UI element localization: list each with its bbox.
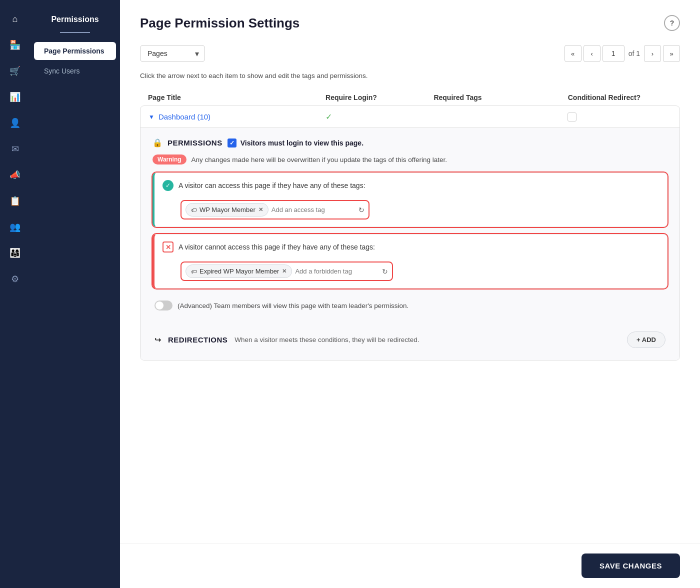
pagination: « ‹ of 1 › » xyxy=(564,45,680,62)
deny-tag-remove[interactable]: ✕ xyxy=(282,268,286,274)
instructions-text: Click the arrow next to each item to sho… xyxy=(140,72,680,80)
allow-check-icon: ✓ xyxy=(162,180,174,191)
deny-access-header: ✕ A visitor cannot access this page if t… xyxy=(154,234,667,258)
page-name-label: Dashboard (10) xyxy=(158,112,210,121)
allow-tag-chip-wp-mayor: 🏷 WP Mayor Member ✕ xyxy=(186,203,268,216)
allow-access-text: A visitor can access this page if they h… xyxy=(178,182,366,190)
icon-bar: ⌂ 🏪 🛒 📊 👤 ✉ 📣 📋 👥 👨‍👩‍👧 ⚙ xyxy=(0,0,30,588)
page-header: Page Permission Settings ? xyxy=(140,15,680,31)
sidebar: Permissions Page Permissions Sync Users xyxy=(30,0,120,588)
icon-people[interactable]: 👥 xyxy=(4,216,26,238)
refresh-icon-deny[interactable]: ↻ xyxy=(382,268,388,276)
permissions-section: 🔒 PERMISSIONS ✓ Visitors must login to v… xyxy=(152,138,668,316)
icon-settings[interactable]: ⚙ xyxy=(4,268,26,290)
allow-tags-row: 🏷 WP Mayor Member ✕ ↻ xyxy=(154,196,667,226)
page-title: Page Permission Settings xyxy=(140,16,300,31)
perm-title: PERMISSIONS xyxy=(168,138,222,147)
col-required-tags: Required Tags xyxy=(434,94,564,102)
sidebar-item-sync-users[interactable]: Sync Users xyxy=(34,62,116,80)
save-changes-button[interactable]: SAVE CHANGES xyxy=(582,554,680,578)
allow-tag-input-wrapper: 🏷 WP Mayor Member ✕ ↻ xyxy=(180,200,370,220)
icon-book[interactable]: 📋 xyxy=(4,190,26,212)
deny-tag-input-wrapper: 🏷 Expired WP Mayor Member ✕ ↻ xyxy=(180,262,393,281)
add-redirect-button[interactable]: + ADD xyxy=(627,332,666,348)
tag-icon-deny: 🏷 xyxy=(191,268,196,274)
allow-tag-label: WP Mayor Member xyxy=(200,206,256,214)
icon-store[interactable]: 🏪 xyxy=(4,34,26,56)
icon-mail[interactable]: ✉ xyxy=(4,138,26,160)
allow-access-header: ✓ A visitor can access this page if they… xyxy=(154,173,667,196)
deny-tags-row: 🏷 Expired WP Mayor Member ✕ ↻ xyxy=(154,258,667,288)
col-conditional-redirect: Conditional Redirect? xyxy=(568,94,672,102)
advanced-text: (Advanced) Team members will view this p… xyxy=(178,302,408,310)
redir-title: REDIRECTIONS xyxy=(168,336,228,344)
toolbar: Pages Posts Products « ‹ of 1 › » xyxy=(140,45,680,62)
deny-access-section: ✕ A visitor cannot access this page if t… xyxy=(152,234,668,288)
require-login-check: ✓ xyxy=(326,112,430,122)
warning-row: Warning Any changes made here will be ov… xyxy=(152,154,668,164)
pagination-last[interactable]: » xyxy=(663,45,680,62)
deny-tag-label: Expired WP Mayor Member xyxy=(200,268,279,275)
table-header: Page Title Require Login? Required Tags … xyxy=(140,90,680,106)
conditional-redirect-cell xyxy=(568,112,672,122)
icon-cart[interactable]: 🛒 xyxy=(4,60,26,82)
col-require-login: Require Login? xyxy=(326,94,430,102)
refresh-icon-allow[interactable]: ↻ xyxy=(358,206,364,214)
deny-tag-input[interactable] xyxy=(295,268,379,275)
redir-desc: When a visitor meets these conditions, t… xyxy=(234,336,419,344)
expand-arrow-icon[interactable]: ▼ xyxy=(148,114,154,120)
icon-chart[interactable]: 📊 xyxy=(4,86,26,108)
check-icon: ✓ xyxy=(326,112,332,121)
deny-access-text: A visitor cannot access this page if the… xyxy=(178,243,375,251)
sidebar-item-page-permissions[interactable]: Page Permissions xyxy=(34,42,116,60)
pagination-of: of 1 xyxy=(628,50,640,58)
col-page-title: Page Title xyxy=(148,94,322,102)
icon-home[interactable]: ⌂ xyxy=(4,8,26,30)
advanced-toggle[interactable] xyxy=(154,300,172,310)
login-checkbox[interactable]: ✓ xyxy=(228,138,236,148)
allow-tag-input[interactable] xyxy=(272,206,356,214)
warning-text: Any changes made here will be overwritte… xyxy=(192,156,448,164)
sidebar-title: Permissions xyxy=(30,10,120,32)
deny-tag-chip-expired: 🏷 Expired WP Mayor Member ✕ xyxy=(186,264,292,278)
perm-header: 🔒 PERMISSIONS ✓ Visitors must login to v… xyxy=(152,138,668,148)
page-card-dashboard: ▼ Dashboard (10) ✓ 🔒 PERMISSIONS xyxy=(140,106,680,360)
content-type-select-wrapper[interactable]: Pages Posts Products xyxy=(140,45,205,62)
icon-user[interactable]: 👤 xyxy=(4,112,26,134)
pagination-first[interactable]: « xyxy=(564,45,582,62)
content-type-select[interactable]: Pages Posts Products xyxy=(140,45,205,62)
deny-x-icon: ✕ xyxy=(162,242,174,252)
icon-megaphone[interactable]: 📣 xyxy=(4,164,26,186)
redirect-icon: ↪ xyxy=(154,335,161,344)
pagination-current[interactable] xyxy=(602,45,624,62)
redirections-section: ↪ REDIRECTIONS When a visitor meets thes… xyxy=(152,324,668,350)
login-label: Visitors must login to view this page. xyxy=(240,139,364,147)
icon-group[interactable]: 👨‍👩‍👧 xyxy=(4,242,26,264)
allow-tag-remove[interactable]: ✕ xyxy=(258,206,263,213)
allow-access-section: ✓ A visitor can access this page if they… xyxy=(152,172,668,227)
sidebar-divider xyxy=(60,32,90,33)
footer-bar: SAVE CHANGES xyxy=(120,543,700,588)
help-button[interactable]: ? xyxy=(664,15,680,31)
main-content: Page Permission Settings ? Pages Posts P… xyxy=(120,0,700,588)
lock-icon: 🔒 xyxy=(152,138,162,148)
tag-icon: 🏷 xyxy=(191,207,196,213)
pagination-next[interactable]: › xyxy=(644,45,661,62)
page-name-dashboard[interactable]: ▼ Dashboard (10) xyxy=(148,112,322,121)
advanced-row: (Advanced) Team members will view this p… xyxy=(152,296,668,316)
page-row: ▼ Dashboard (10) ✓ xyxy=(140,106,680,128)
pagination-prev[interactable]: ‹ xyxy=(584,45,600,62)
visitor-login: ✓ Visitors must login to view this page. xyxy=(228,138,364,148)
warning-badge: Warning xyxy=(152,154,186,164)
expanded-panel: 🔒 PERMISSIONS ✓ Visitors must login to v… xyxy=(140,128,680,360)
